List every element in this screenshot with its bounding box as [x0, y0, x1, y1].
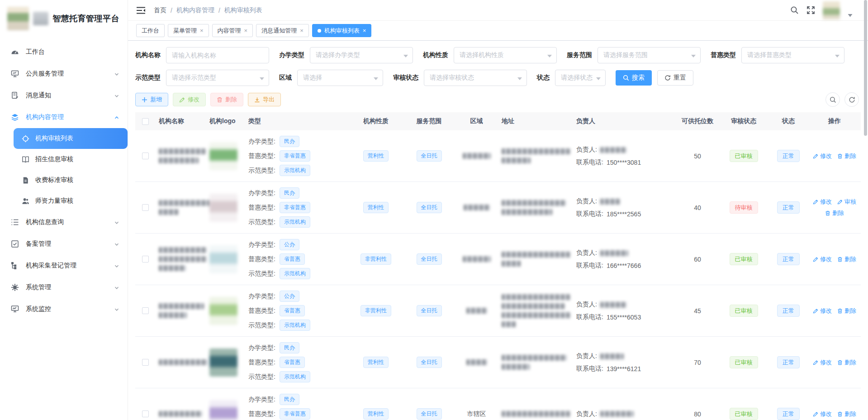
sidebar-item-public-service-mgmt[interactable]: 公共服务管理 — [0, 63, 128, 85]
manager-cell: 负责人:联系电话:155****6053 — [573, 298, 674, 324]
delete-row-link[interactable]: 删除 — [825, 209, 844, 217]
edit-row-link[interactable]: 修改 — [813, 410, 832, 418]
row-checkbox[interactable] — [142, 204, 149, 211]
edit-button[interactable]: 修改 — [173, 93, 206, 106]
edit-row-link[interactable]: 修改 — [813, 152, 832, 160]
refresh-button[interactable] — [844, 92, 859, 107]
search-icon[interactable] — [790, 6, 799, 14]
phone-number: 185****2565 — [607, 210, 641, 218]
row-checkbox[interactable] — [142, 256, 149, 262]
inclusive_type-tag: 省普惠 — [280, 253, 305, 265]
inclusive-type-select[interactable]: 请选择普惠类型 — [741, 47, 844, 63]
search-button[interactable]: 搜索 — [616, 70, 652, 86]
row-checkbox[interactable] — [142, 153, 149, 159]
actions-cell: 修改删除 — [810, 152, 859, 160]
sidebar-item-org-collect-reg-mgmt[interactable]: 机构采集登记管理 — [0, 255, 128, 277]
row-checkbox[interactable] — [142, 410, 149, 417]
sidebar-item-system-mgmt[interactable]: 系统管理 — [0, 277, 128, 298]
trash-icon — [837, 308, 843, 314]
service-scope-select[interactable]: 请选择服务范围 — [598, 47, 701, 63]
scope-cell: 全日托 — [403, 357, 455, 368]
org-name-input-el[interactable] — [172, 52, 257, 59]
type-line: 示范类型:示范机构 — [248, 268, 310, 279]
delete-row-link[interactable]: 删除 — [837, 410, 856, 418]
row-checkbox[interactable] — [142, 359, 149, 366]
tab-content-mgmt[interactable]: 内容管理× — [212, 24, 253, 37]
tab-menu-mgmt[interactable]: 菜单管理× — [168, 24, 209, 37]
school-type-select[interactable]: 请选择办学类型 — [310, 47, 413, 63]
sidebar-item-system-monitor[interactable]: 系统监控 — [0, 298, 128, 320]
edit-row-link[interactable]: 修改 — [813, 307, 832, 315]
region-text: 市辖区 — [467, 410, 486, 418]
sidebar-subitem-teacher-strength-audit[interactable]: 师资力量审核 — [0, 191, 128, 211]
edit-button-label: 修改 — [188, 95, 199, 104]
region-select[interactable]: 请选择 — [297, 70, 383, 86]
breadcrumb-home[interactable]: 首页 — [154, 6, 166, 14]
table-row: 办学类型:民办普惠类型:省普惠示范类型:示范机构营利性全日托负责人:联系电话:1… — [135, 337, 861, 388]
org-nature-select[interactable]: 请选择机构性质 — [454, 47, 557, 63]
type-cell: 办学类型:公办普惠类型:省普惠示范类型:示范机构 — [245, 238, 349, 281]
status-cell: 正常 — [767, 201, 810, 214]
delete-row-link[interactable]: 删除 — [837, 255, 856, 263]
sidebar-item-message-notice[interactable]: 消息通知 — [0, 85, 128, 106]
tab-org-audit-list[interactable]: 机构审核列表× — [312, 24, 372, 37]
column-header: 机构logo — [206, 117, 245, 125]
edit-icon — [813, 411, 818, 417]
actions-line: 修改删除 — [810, 255, 859, 263]
select-caret-icon — [403, 55, 408, 57]
row-checkbox[interactable] — [142, 307, 149, 314]
toggle-search-button[interactable] — [825, 92, 840, 107]
tab-close-icon[interactable]: × — [244, 28, 248, 33]
tab-close-icon[interactable]: × — [200, 28, 204, 33]
sidebar-subitem-enrollment-info-audit[interactable]: 招生信息审核 — [0, 149, 128, 170]
filter-field-org-name: 机构名称 — [135, 47, 269, 63]
tab-workbench[interactable]: 工作台 — [136, 24, 165, 37]
redacted-org-name — [159, 148, 206, 154]
breadcrumb-org-content[interactable]: 机构内容管理 — [176, 6, 214, 14]
demo-type-select[interactable]: 请选择示范类型 — [166, 70, 269, 86]
export-button[interactable]: 导出 — [248, 93, 281, 106]
sidebar-collapse-icon[interactable] — [136, 6, 146, 14]
delete-row-link[interactable]: 删除 — [837, 152, 856, 160]
edit-row-link[interactable]: 修改 — [813, 198, 832, 206]
page-scrollbar[interactable] — [864, 0, 867, 136]
sidebar-subitem-fee-standard-audit[interactable]: 收费标准审核 — [0, 170, 128, 191]
org-logo-cell — [206, 142, 245, 170]
redacted-address — [502, 411, 570, 417]
chev-down-icon — [114, 285, 119, 290]
edit-row-link[interactable]: 修改 — [813, 255, 832, 263]
tab-notice-mgmt[interactable]: 消息通知管理× — [256, 24, 309, 37]
org-name-input[interactable] — [166, 47, 269, 63]
fullscreen-icon[interactable] — [806, 6, 815, 14]
type-label: 示范类型: — [248, 321, 275, 329]
redacted-address — [502, 364, 530, 370]
avatar[interactable] — [823, 1, 840, 19]
sidebar-subitem-label: 机构审核列表 — [35, 134, 73, 143]
user-menu-caret-icon[interactable] — [848, 11, 853, 14]
layers-icon — [11, 113, 19, 121]
sidebar-item-workbench[interactable]: 工作台 — [0, 41, 128, 63]
reset-button[interactable]: 重置 — [657, 70, 693, 86]
tab-close-icon[interactable]: × — [363, 28, 366, 33]
manager-line: 负责人: — [576, 352, 624, 361]
sidebar-subitem-org-audit-list[interactable]: 机构审核列表 — [14, 128, 128, 149]
sidebar-item-org-info-query[interactable]: 机构信息查询 — [0, 211, 128, 233]
manager-line: 负责人: — [576, 145, 626, 154]
add-button[interactable]: 新增 — [135, 93, 168, 106]
org-logo-image — [209, 348, 237, 377]
delete-row-link[interactable]: 删除 — [837, 358, 856, 367]
sidebar-item-filing-mgmt[interactable]: 备案管理 — [0, 233, 128, 255]
delete-button[interactable]: 删除 — [210, 93, 243, 106]
sidebar: 智慧托育管理平台 工作台公共服务管理消息通知机构内容管理机构审核列表招生信息审核… — [0, 0, 128, 420]
audit-row-link[interactable]: 审核 — [837, 198, 856, 206]
type-line: 示范类型:示范机构 — [248, 165, 310, 176]
scope-cell: 全日托 — [403, 150, 455, 162]
edit-row-link[interactable]: 修改 — [813, 358, 832, 367]
select-all-checkbox[interactable] — [142, 118, 149, 125]
audit-status-select[interactable]: 请选择审核状态 — [424, 70, 527, 86]
status-select[interactable]: 请选择状态 — [555, 70, 606, 86]
delete-row-link[interactable]: 删除 — [837, 307, 856, 315]
tab-close-icon[interactable]: × — [300, 28, 304, 33]
sidebar-item-org-content-mgmt[interactable]: 机构内容管理 — [0, 106, 128, 128]
sidebar-item-label: 机构内容管理 — [26, 113, 114, 121]
